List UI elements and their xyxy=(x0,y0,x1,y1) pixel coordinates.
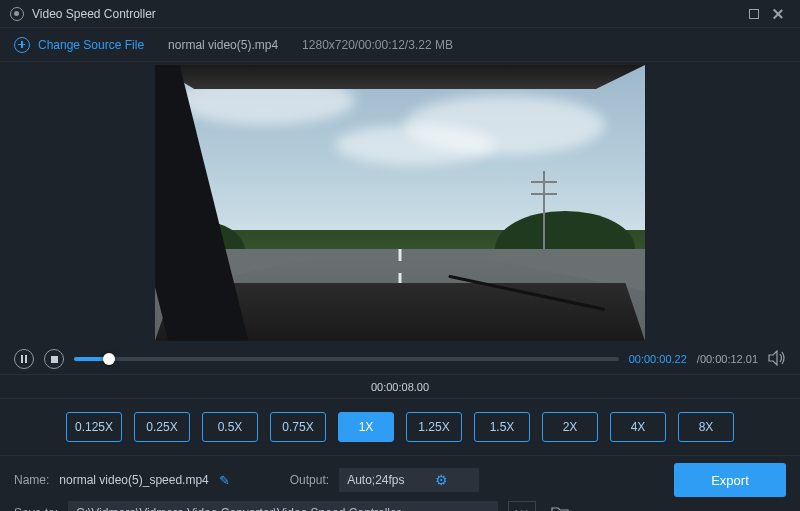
seek-bar[interactable] xyxy=(74,357,619,361)
speed-button-2x[interactable]: 2X xyxy=(542,412,598,442)
marker-time: 00:00:08.00 xyxy=(371,381,429,393)
app-title: Video Speed Controller xyxy=(32,7,156,21)
volume-icon[interactable] xyxy=(768,350,786,369)
output-format-select[interactable]: Auto;24fps ⚙ xyxy=(339,468,479,492)
speed-row: 0.125X0.25X0.5X0.75X1X1.25X1.5X2X4X8X xyxy=(0,399,800,455)
timestamp-marker: 00:00:08.00 xyxy=(0,375,800,399)
time-current: 00:00:00.22 xyxy=(629,353,687,365)
seek-thumb[interactable] xyxy=(103,353,115,365)
stop-button[interactable] xyxy=(44,349,64,369)
pause-button[interactable] xyxy=(14,349,34,369)
export-button[interactable]: Export xyxy=(674,463,786,497)
svg-marker-0 xyxy=(769,351,777,365)
titlebar: Video Speed Controller xyxy=(0,0,800,28)
change-source-label: Change Source File xyxy=(38,38,144,52)
video-preview[interactable] xyxy=(155,65,645,341)
output-name: normal video(5)_speed.mp4 xyxy=(59,473,208,487)
app-logo-icon xyxy=(10,7,24,21)
speed-button-4x[interactable]: 4X xyxy=(610,412,666,442)
source-info: 1280x720/00:00:12/3.22 MB xyxy=(302,38,453,52)
gear-icon[interactable]: ⚙ xyxy=(435,472,448,488)
output-label: Output: xyxy=(290,473,329,487)
preview-area xyxy=(0,62,800,344)
plus-circle-icon xyxy=(14,37,30,53)
change-source-button[interactable]: Change Source File xyxy=(14,37,144,53)
speed-button-0.5x[interactable]: 0.5X xyxy=(202,412,258,442)
source-bar: Change Source File normal video(5).mp4 1… xyxy=(0,28,800,62)
close-button[interactable] xyxy=(766,4,790,24)
speed-button-1.25x[interactable]: 1.25X xyxy=(406,412,462,442)
speed-button-1x[interactable]: 1X xyxy=(338,412,394,442)
maximize-button[interactable] xyxy=(742,4,766,24)
open-folder-button[interactable] xyxy=(546,501,574,511)
save-to-label: Save to: xyxy=(14,506,58,511)
edit-name-icon[interactable]: ✎ xyxy=(219,473,230,488)
source-filename: normal video(5).mp4 xyxy=(168,38,278,52)
time-total: /00:00:12.01 xyxy=(697,353,758,365)
save-path-value: C:\Vidmore\Vidmore Video Converter\Video… xyxy=(76,506,401,511)
playback-controls: 00:00:00.22 /00:00:12.01 xyxy=(0,344,800,374)
browse-button[interactable]: ••• xyxy=(508,501,536,511)
speed-button-0.75x[interactable]: 0.75X xyxy=(270,412,326,442)
name-label: Name: xyxy=(14,473,49,487)
speed-button-1.5x[interactable]: 1.5X xyxy=(474,412,530,442)
output-format-value: Auto;24fps xyxy=(347,473,404,487)
output-panel: Name: normal video(5)_speed.mp4 ✎ Output… xyxy=(0,455,800,511)
speed-button-8x[interactable]: 8X xyxy=(678,412,734,442)
speed-button-0.125x[interactable]: 0.125X xyxy=(66,412,122,442)
speed-button-0.25x[interactable]: 0.25X xyxy=(134,412,190,442)
save-path-field[interactable]: C:\Vidmore\Vidmore Video Converter\Video… xyxy=(68,501,498,511)
